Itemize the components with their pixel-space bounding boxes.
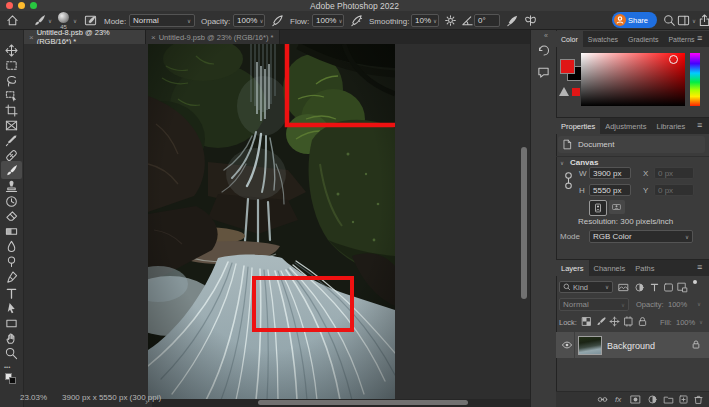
pen-tool[interactable] [5, 271, 18, 284]
link-dimensions-icon[interactable] [562, 169, 575, 195]
path-selection-tool[interactable] [5, 302, 18, 315]
layer-opacity-value[interactable]: 100% [668, 301, 687, 309]
tab-paths[interactable]: Paths [630, 260, 659, 276]
color-mode-dropdown[interactable]: RGB Color ∨ [589, 230, 693, 243]
workspace-caret[interactable]: ∨ [692, 19, 696, 25]
horizontal-scrollbar[interactable] [258, 400, 468, 405]
type-tool[interactable] [5, 287, 18, 300]
tab-swatches[interactable]: Swatches [583, 31, 623, 47]
fill-value[interactable]: 100% [676, 319, 695, 327]
document-tab-active[interactable]: × Untitled-8.psb @ 23% (RGB/16*) * [24, 30, 146, 44]
height-field[interactable]: 5550 px [589, 184, 631, 196]
brush-angle-field[interactable]: 0° [474, 14, 500, 27]
gamut-warning-swatch[interactable] [572, 88, 580, 96]
new-layer-icon[interactable] [678, 394, 689, 405]
frame-tool[interactable] [5, 119, 18, 132]
lock-artboard-icon[interactable] [623, 316, 634, 327]
lock-pixels-icon[interactable] [595, 316, 606, 327]
brush-tool[interactable] [5, 164, 18, 177]
brush-tool-preset-icon[interactable] [33, 14, 46, 27]
orientation-landscape-button[interactable] [609, 200, 625, 214]
layer-effects-button[interactable]: fx [615, 396, 621, 404]
add-layer-mask-icon[interactable] [630, 394, 641, 405]
shape-tool[interactable] [5, 317, 18, 330]
home-icon[interactable] [6, 14, 19, 27]
workspace-switcher-icon[interactable] [677, 14, 690, 27]
hand-tool[interactable] [5, 332, 18, 345]
tab-libraries[interactable]: Libraries [651, 118, 690, 134]
delete-layer-trash-icon[interactable] [693, 394, 704, 405]
airbrush-icon[interactable] [350, 14, 363, 27]
mode-dropdown[interactable]: Normal ∨ [129, 14, 195, 27]
color-field-marker[interactable] [669, 55, 678, 64]
layer-lock-icon[interactable] [691, 339, 701, 350]
tab-channels[interactable]: Channels [589, 260, 631, 276]
hue-slider[interactable] [690, 53, 700, 106]
tab-adjustments[interactable]: Adjustments [600, 118, 651, 134]
edit-toolbar-button[interactable]: ••• [4, 364, 10, 370]
y-field[interactable]: 0 px [654, 184, 694, 196]
tab-gradients[interactable]: Gradients [623, 31, 663, 47]
tab-layers[interactable]: Layers [556, 260, 589, 276]
object-selection-tool[interactable] [5, 89, 18, 102]
lock-position-icon[interactable] [609, 316, 620, 327]
blend-mode-dropdown[interactable]: Normal ∨ [559, 298, 629, 311]
flow-dropdown[interactable]: 100% ∨ [312, 14, 344, 27]
lock-transparency-icon[interactable] [581, 316, 592, 327]
orientation-portrait-button[interactable] [589, 200, 607, 216]
history-brush-tool[interactable] [5, 195, 18, 208]
search-icon[interactable] [663, 14, 676, 27]
upload-share-icon[interactable] [698, 14, 709, 27]
close-icon[interactable]: × [29, 33, 34, 42]
layer-thumbnail[interactable] [578, 336, 602, 355]
gradient-tool[interactable] [5, 225, 18, 238]
comments-panel-icon[interactable] [537, 66, 550, 79]
collapse-panels-icon[interactable]: « [544, 32, 548, 39]
eraser-tool[interactable] [5, 210, 18, 223]
smoothing-gear-icon[interactable] [444, 14, 457, 27]
brush-settings-panel-toggle-icon[interactable] [84, 14, 97, 27]
filter-adjustment-layers-icon[interactable] [634, 282, 645, 293]
lock-all-icon[interactable] [637, 316, 648, 327]
clone-stamp-tool[interactable] [5, 180, 18, 193]
brush-preset-caret[interactable]: ∨ [48, 19, 52, 25]
smoothing-dropdown[interactable]: 10% ∨ [411, 14, 439, 27]
blur-tool[interactable] [5, 240, 18, 253]
properties-panel-menu-icon[interactable]: ≡ [697, 121, 702, 130]
brush-picker-caret[interactable]: ∨ [73, 19, 77, 25]
opacity-dropdown[interactable]: 100% ∨ [233, 14, 265, 27]
zoom-level[interactable]: 23.03% [20, 394, 47, 402]
filter-toggle-dot[interactable] [693, 280, 697, 284]
history-panel-icon[interactable] [537, 44, 550, 57]
dodge-tool[interactable] [5, 255, 18, 268]
layers-panel-menu-icon[interactable]: ≡ [697, 263, 702, 272]
layer-row-background[interactable]: Background [556, 332, 709, 358]
eye-icon[interactable] [561, 340, 573, 350]
zoom-tool[interactable] [5, 347, 18, 360]
layer-filter-dropdown[interactable]: Kind ∨ [559, 281, 613, 293]
foreground-color-swatch-panel[interactable] [560, 59, 575, 74]
filter-type-layers-icon[interactable] [649, 282, 660, 293]
symmetry-butterfly-icon[interactable] [524, 14, 537, 27]
link-layers-icon[interactable] [597, 394, 608, 405]
adjustment-layer-icon[interactable] [647, 394, 658, 405]
canvas-image[interactable] [148, 44, 395, 400]
layer-name[interactable]: Background [607, 341, 655, 351]
tab-color[interactable]: Color [556, 31, 583, 47]
width-field[interactable]: 3900 px [589, 167, 631, 179]
move-tool[interactable] [5, 44, 18, 57]
status-chevron-icon[interactable]: › [145, 398, 148, 407]
share-button[interactable]: Share [612, 12, 657, 28]
filter-shape-layers-icon[interactable] [663, 282, 674, 293]
color-panel-menu-icon[interactable]: ≡ [697, 34, 702, 43]
filter-pixel-layers-icon[interactable] [618, 282, 629, 293]
vertical-scrollbar[interactable] [521, 147, 527, 299]
tab-properties[interactable]: Properties [556, 118, 600, 134]
canvas-section-caret[interactable]: ∨ [560, 161, 564, 167]
new-group-folder-icon[interactable] [663, 394, 674, 405]
airbrush-pressure-icon[interactable] [506, 14, 519, 27]
x-field[interactable]: 0 px [654, 167, 694, 179]
close-icon[interactable]: × [151, 33, 156, 42]
filter-smart-objects-icon[interactable] [677, 282, 688, 293]
brush-preview[interactable] [58, 12, 69, 23]
